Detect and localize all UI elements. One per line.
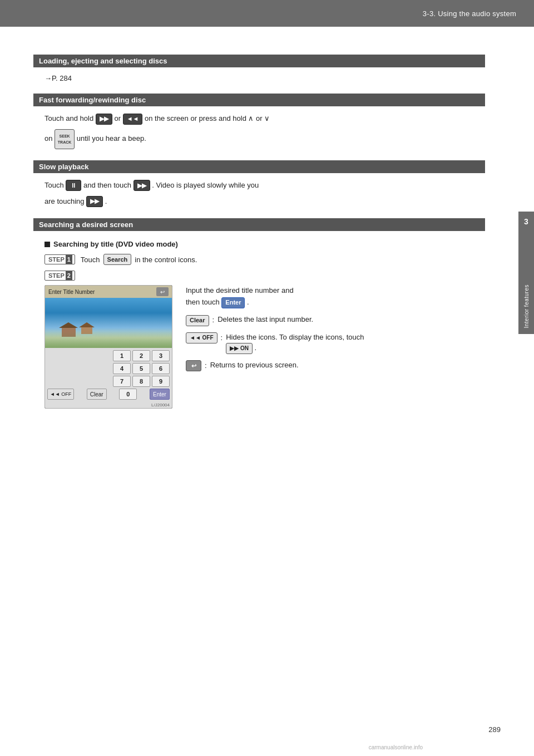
numpad-9[interactable]: 9 [152, 376, 170, 387]
pause-button-inline[interactable]: II [66, 180, 81, 191]
page-number: 289 [488, 725, 501, 734]
desc-item-off: ◄◄ OFF : Hides the icons. To display the… [186, 332, 485, 354]
on-period: . [255, 343, 257, 352]
seek-track-button[interactable]: SEEK TRACK [55, 129, 75, 149]
off-button-label: ◄◄ OFF [186, 332, 217, 343]
or-text: or [114, 114, 121, 122]
back-button-label: ↩ [186, 360, 201, 371]
numpad-2[interactable]: 2 [132, 350, 150, 361]
clear-button-label: Clear [186, 315, 209, 326]
section-loading-title: Loading, ejecting and selecting discs [39, 57, 167, 65]
are-touching-text: are touching [44, 197, 85, 205]
rew-button-inline[interactable]: ◄◄ [123, 114, 143, 125]
section-slowplayback-header: Slow playback [33, 160, 485, 173]
sub-section-title-search: Searching by title (DVD video mode) [44, 240, 485, 248]
page-ref-loading: →P. 284 [44, 74, 485, 82]
hut2-decoration [81, 326, 92, 334]
section-searching-title: Searching a desired screen [39, 220, 133, 229]
step2-intro-text1: Input the desired title number and [186, 286, 294, 294]
numpad-enter-button[interactable]: Enter [150, 389, 170, 400]
main-content: Loading, ejecting and selecting discs →P… [0, 27, 518, 446]
numpad-8[interactable]: 8 [132, 376, 150, 387]
dvd-screen-top: Enter Title Number ↩ [45, 286, 172, 298]
fast-forward-para: Touch and hold ▶▶ or ◄◄ on the screen or… [44, 113, 485, 125]
back-desc-text: Returns to previous screen. [210, 360, 485, 371]
numpad-off-button[interactable]: ◄◄ OFF [47, 389, 74, 400]
fast-forward-para2: on SEEK TRACK until you hear a beep. [44, 129, 485, 149]
slow-playback-para: Touch II and then touch ▶▶ . Video is pl… [44, 180, 485, 192]
step2-badge-line: STEP 2 [44, 271, 485, 281]
section-fastforward-title: Fast forwarding/rewinding disc [39, 96, 146, 104]
search-button-inline[interactable]: Search [103, 254, 132, 265]
on-screen-text: on the screen or press and hold ∧ or ∨ [145, 114, 270, 122]
numpad-bottom-row: ◄◄ OFF Clear 0 Enter [47, 389, 170, 400]
slow-play-text: . Video is played slowly while you [152, 181, 259, 189]
step2-container: Enter Title Number ↩ 1 2 3 4 5 6 [44, 285, 485, 409]
numpad-row1: 1 2 3 [47, 350, 170, 361]
off-desc-text: Hides the icons. To display the icons, t… [226, 332, 485, 354]
enter-button-desc[interactable]: Enter [221, 297, 245, 308]
step2-intro-text2: then touch [186, 298, 220, 306]
ff3-button-inline[interactable]: ▶▶ [86, 196, 103, 207]
step1-suffix-text: in the control icons. [135, 256, 197, 264]
ff2-button-inline[interactable]: ▶▶ [134, 180, 150, 191]
numpad-7[interactable]: 7 [113, 376, 131, 387]
header-title: 3-3. Using the audio system [423, 9, 516, 18]
step2-desc: Input the desired title number and then … [186, 285, 485, 377]
numpad-row3: 7 8 9 [47, 376, 170, 387]
on2-text: on [44, 134, 52, 143]
section-fastforward-header: Fast forwarding/rewinding disc [33, 94, 485, 106]
dvd-image-area [45, 298, 172, 348]
dvd-back-button[interactable]: ↩ [156, 287, 169, 296]
clear-btn-desc[interactable]: Clear [186, 315, 209, 326]
desc-item-clear: Clear : Deletes the last input number. [186, 314, 485, 326]
ff-button-inline[interactable]: ▶▶ [96, 114, 112, 125]
numpad-0[interactable]: 0 [119, 389, 137, 400]
side-tab: 3 Interior features [518, 212, 534, 334]
side-tab-text: Interior features [523, 284, 530, 328]
step1-badge: STEP 1 [44, 254, 75, 264]
numpad-5[interactable]: 5 [132, 363, 150, 374]
period2-text: . [105, 197, 107, 205]
off-btn-desc[interactable]: ◄◄ OFF [186, 332, 217, 344]
numpad-6[interactable]: 6 [152, 363, 170, 374]
numpad-clear-button[interactable]: Clear [87, 389, 107, 400]
numpad-1[interactable]: 1 [113, 350, 131, 361]
dvd-screen: Enter Title Number ↩ 1 2 3 4 5 6 [44, 285, 172, 409]
dvd-top-label: Enter Title Number [48, 289, 95, 295]
section-loading-header: Loading, ejecting and selecting discs [33, 55, 485, 67]
on-button-label: ▶▶ ON [226, 343, 253, 354]
desc-item-back: ↩ : Returns to previous screen. [186, 360, 485, 372]
numpad-4[interactable]: 4 [113, 363, 131, 374]
black-square-icon [44, 242, 50, 247]
touch-text: Touch [44, 181, 64, 189]
step2-intro: Input the desired title number and then … [186, 285, 485, 308]
watermark: carmanualsonline.info [369, 744, 423, 750]
step2-intro-text3: . [247, 298, 249, 306]
section-slowplayback-title: Slow playback [39, 163, 89, 171]
step1-line: STEP 1 Touch Search in the control icons… [44, 254, 485, 265]
dvd-numpad: 1 2 3 4 5 6 7 8 9 ◄◄ OFF Clear 0 [45, 348, 172, 402]
step1-touch-text: Touch [81, 256, 100, 264]
side-tab-number: 3 [524, 217, 528, 226]
sub-section-title-label: Searching by title (DVD video mode) [53, 240, 178, 248]
dvd-label: L/J20004 [45, 402, 172, 408]
header-bar: 3-3. Using the audio system [0, 0, 534, 27]
step2-badge: STEP 2 [44, 271, 75, 281]
section-searching-header: Searching a desired screen [33, 218, 485, 231]
and-then-touch-text: and then touch [83, 181, 131, 189]
back-btn-desc[interactable]: ↩ [186, 360, 201, 372]
numpad-row2: 4 5 6 [47, 363, 170, 374]
clear-desc-text: Deletes the last input number. [217, 314, 485, 325]
numpad-3[interactable]: 3 [152, 350, 170, 361]
slow-playback-para2: are touching ▶▶ . [44, 196, 485, 208]
hut1-decoration [62, 327, 76, 337]
until-text: until you hear a beep. [77, 134, 146, 143]
touch-hold-text: Touch and hold [44, 114, 93, 122]
